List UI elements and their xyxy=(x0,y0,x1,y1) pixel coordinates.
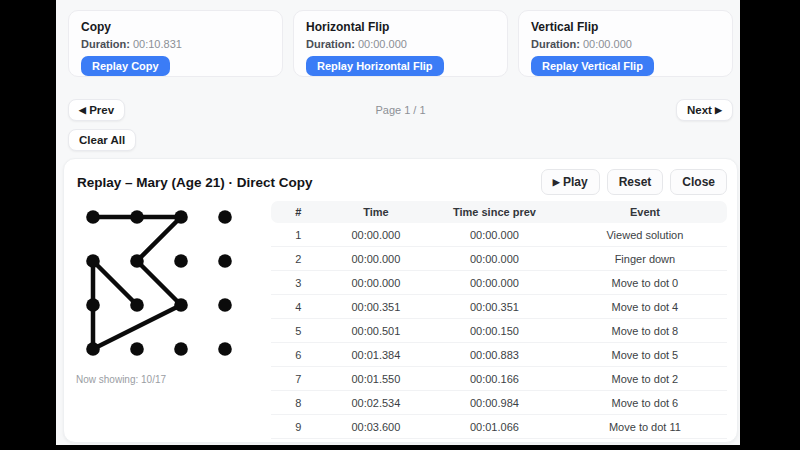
clear-row: Clear All xyxy=(68,129,733,151)
table-cell: 7 xyxy=(271,367,326,391)
next-label: Next xyxy=(687,104,712,116)
table-cell: 00:00.984 xyxy=(426,391,563,415)
replay-horizontal-flip-button[interactable]: Replay Horizontal Flip xyxy=(306,56,444,76)
table-cell: Move to dot 6 xyxy=(563,391,727,415)
table-cell: 2 xyxy=(271,247,326,271)
table-cell: 00:00.000 xyxy=(326,271,426,295)
dot-grid-drawing xyxy=(84,208,234,358)
column-header: Time xyxy=(326,201,426,223)
table-row: 400:00.35100:00.351Move to dot 4 xyxy=(271,295,727,319)
table-cell: 00:01.550 xyxy=(326,367,426,391)
clear-all-button[interactable]: Clear All xyxy=(68,129,136,151)
replay-panel-actions: ▶ Play Reset Close xyxy=(541,169,727,195)
duration-label: Duration: xyxy=(531,38,580,50)
table-cell: 00:00.883 xyxy=(426,343,563,367)
grid-dot xyxy=(86,298,100,312)
table-cell: 8 xyxy=(271,391,326,415)
table-cell: 00:00.000 xyxy=(426,247,563,271)
prev-button[interactable]: ◀ Prev xyxy=(68,99,125,121)
table-cell: 00:00.000 xyxy=(426,223,563,247)
card-duration: Duration: 00:00.000 xyxy=(306,38,495,50)
duration-value: 00:00.000 xyxy=(583,38,632,50)
path-segment xyxy=(137,261,181,305)
card-vertical-flip: Vertical Flip Duration: 00:00.000 Replay… xyxy=(518,10,733,77)
drawing-column: Now showing: 10/17 xyxy=(75,199,271,439)
table-cell: 00:00.000 xyxy=(326,247,426,271)
table-row: 200:00.00000:00.000Finger down xyxy=(271,247,727,271)
table-cell: 00:00.501 xyxy=(326,319,426,343)
next-arrow-icon: ▶ xyxy=(715,105,722,115)
page-indicator: Page 1 / 1 xyxy=(68,104,733,116)
replay-panel-header: Replay – Mary (Age 21) · Direct Copy ▶ P… xyxy=(75,169,727,195)
prev-label: Prev xyxy=(89,104,114,116)
grid-dot xyxy=(218,254,232,268)
grid-dot xyxy=(130,298,144,312)
table-cell: 9 xyxy=(271,415,326,439)
table-row: 300:00.00000:00.000Move to dot 0 xyxy=(271,271,727,295)
table-cell: 00:02.534 xyxy=(326,391,426,415)
grid-dot xyxy=(218,342,232,356)
grid-dot xyxy=(218,210,232,224)
table-row: 700:01.55000:00.166Move to dot 2 xyxy=(271,367,727,391)
replay-cards-row: Copy Duration: 00:10.831 Replay Copy Hor… xyxy=(68,10,733,77)
card-title: Horizontal Flip xyxy=(306,20,495,34)
table-cell: 00:00.351 xyxy=(326,295,426,319)
reset-button[interactable]: Reset xyxy=(607,169,664,195)
app-window: Copy Duration: 00:10.831 Replay Copy Hor… xyxy=(56,0,740,445)
replay-copy-button[interactable]: Replay Copy xyxy=(81,56,170,76)
event-table: #TimeTime since prevEvent 100:00.00000:0… xyxy=(271,201,727,439)
duration-value: 00:00.000 xyxy=(358,38,407,50)
column-header: Time since prev xyxy=(426,201,563,223)
grid-dot xyxy=(130,210,144,224)
close-button[interactable]: Close xyxy=(670,169,727,195)
column-header: # xyxy=(271,201,326,223)
header-row: #TimeTime since prevEvent xyxy=(271,201,727,223)
table-cell: Viewed solution xyxy=(563,223,727,247)
table-cell: 5 xyxy=(271,319,326,343)
table-cell: 3 xyxy=(271,271,326,295)
table-cell: 00:03.600 xyxy=(326,415,426,439)
table-cell: Move to dot 2 xyxy=(563,367,727,391)
event-table-body: 100:00.00000:00.000Viewed solution200:00… xyxy=(271,223,727,439)
replay-vertical-flip-button[interactable]: Replay Vertical Flip xyxy=(531,56,654,76)
table-cell: 00:01.066 xyxy=(426,415,563,439)
path-segment xyxy=(93,261,137,305)
event-table-container[interactable]: #TimeTime since prevEvent 100:00.00000:0… xyxy=(271,201,727,439)
table-cell: 00:01.384 xyxy=(326,343,426,367)
card-title: Vertical Flip xyxy=(531,20,720,34)
table-cell: Move to dot 5 xyxy=(563,343,727,367)
card-title: Copy xyxy=(81,20,270,34)
play-icon: ▶ xyxy=(553,177,560,187)
table-row: 900:03.60000:01.066Move to dot 11 xyxy=(271,415,727,439)
table-cell: 00:00.351 xyxy=(426,295,563,319)
table-cell: 00:00.150 xyxy=(426,319,563,343)
play-label: Play xyxy=(563,175,588,189)
play-button[interactable]: ▶ Play xyxy=(541,169,600,195)
grid-dot xyxy=(86,342,100,356)
column-header: Event xyxy=(563,201,727,223)
grid-dot xyxy=(86,254,100,268)
card-duration: Duration: 00:10.831 xyxy=(81,38,270,50)
table-cell: Move to dot 8 xyxy=(563,319,727,343)
table-cell: 4 xyxy=(271,295,326,319)
grid-dot xyxy=(174,342,188,356)
now-showing-caption: Now showing: 10/17 xyxy=(76,374,271,385)
table-cell: 00:00.000 xyxy=(426,271,563,295)
replay-panel-title: Replay – Mary (Age 21) · Direct Copy xyxy=(75,175,313,190)
table-row: 100:00.00000:00.000Viewed solution xyxy=(271,223,727,247)
replay-panel: Replay – Mary (Age 21) · Direct Copy ▶ P… xyxy=(63,158,738,443)
duration-label: Duration: xyxy=(306,38,355,50)
path-segment xyxy=(137,217,181,261)
grid-dot xyxy=(86,210,100,224)
card-copy: Copy Duration: 00:10.831 Replay Copy xyxy=(68,10,283,77)
table-cell: 1 xyxy=(271,223,326,247)
event-table-head: #TimeTime since prevEvent xyxy=(271,201,727,223)
prev-arrow-icon: ◀ xyxy=(79,105,86,115)
table-cell: 00:00.166 xyxy=(426,367,563,391)
table-cell: 6 xyxy=(271,343,326,367)
duration-label: Duration: xyxy=(81,38,130,50)
card-duration: Duration: 00:00.000 xyxy=(531,38,720,50)
table-row: 500:00.50100:00.150Move to dot 8 xyxy=(271,319,727,343)
grid-dot xyxy=(218,298,232,312)
next-button[interactable]: Next ▶ xyxy=(676,99,733,121)
